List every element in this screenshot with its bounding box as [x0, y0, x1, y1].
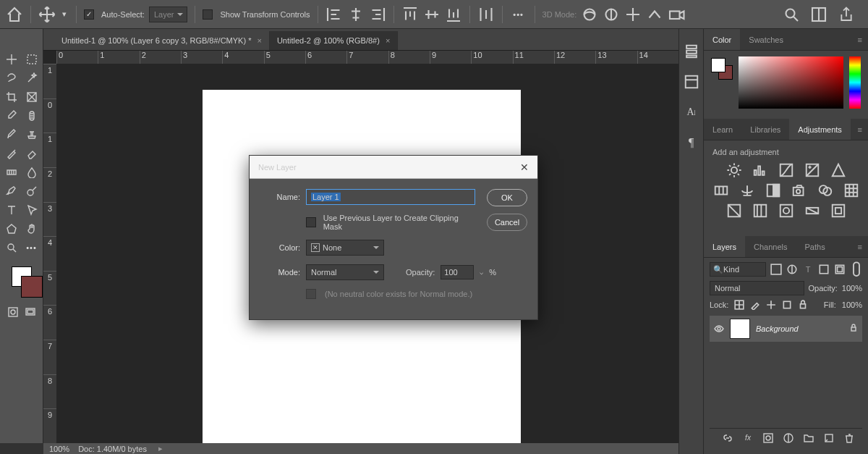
ok-button[interactable]: OK — [487, 189, 527, 206]
move-tool-icon[interactable] — [38, 6, 56, 23]
shape-tool[interactable] — [2, 220, 21, 237]
layer-thumbnail[interactable] — [730, 319, 750, 339]
visibility-icon[interactable] — [714, 324, 724, 334]
tab-layers[interactable]: Layers — [704, 236, 745, 257]
layer-color-select[interactable]: ✕None — [306, 240, 384, 256]
link-layers-icon[interactable] — [722, 432, 733, 444]
character-panel-icon[interactable]: A| — [684, 104, 699, 120]
clone-stamp-tool[interactable] — [22, 126, 41, 143]
foreground-background-swatch[interactable] — [12, 266, 32, 287]
align-top-icon[interactable] — [401, 6, 419, 23]
tab-adjustments[interactable]: Adjustments — [789, 119, 851, 140]
cancel-button[interactable]: Cancel — [487, 214, 527, 231]
tab-learn[interactable]: Learn — [704, 119, 741, 140]
filter-toggle-icon[interactable] — [851, 264, 862, 275]
clipping-mask-checkbox[interactable] — [306, 217, 316, 227]
layer-name-input[interactable]: Layer 1 — [306, 189, 475, 205]
brightness-icon[interactable] — [726, 164, 742, 177]
doc-info-arrow-icon[interactable]: ▸ — [158, 444, 163, 453]
threshold-icon[interactable] — [778, 204, 794, 217]
blur-tool[interactable] — [22, 164, 41, 181]
3d-orbit-icon[interactable] — [581, 6, 598, 23]
tab-color[interactable]: Color — [704, 29, 740, 50]
lock-position-icon[interactable] — [766, 300, 776, 310]
marquee-tool[interactable] — [22, 51, 41, 68]
layer-filter-kind[interactable]: 🔍 Kind — [710, 262, 766, 277]
magic-wand-tool[interactable] — [22, 70, 41, 87]
new-adjustment-icon[interactable] — [783, 432, 794, 444]
channel-mixer-icon[interactable] — [817, 184, 833, 197]
frame-tool[interactable] — [22, 88, 41, 106]
3d-roll-icon[interactable] — [603, 6, 620, 23]
lock-all-icon[interactable] — [798, 300, 808, 310]
color-fgbg-swatch[interactable] — [711, 58, 733, 80]
filter-adjust-icon[interactable] — [786, 264, 798, 275]
document-tab-2[interactable]: Untitled-2 @ 100% (RGB/8#) × — [270, 31, 398, 50]
filter-pixel-icon[interactable] — [770, 264, 782, 275]
close-tab-2-icon[interactable]: × — [386, 36, 390, 45]
history-panel-icon[interactable] — [684, 43, 699, 59]
move-dropdown-icon[interactable]: ▾ — [60, 6, 69, 23]
exposure-icon[interactable] — [804, 164, 820, 177]
delete-layer-icon[interactable] — [843, 432, 855, 444]
adjustments-panel-menu-icon[interactable]: ≡ — [852, 125, 868, 134]
hue-sat-icon[interactable] — [713, 184, 729, 197]
blend-mode-dialog-select[interactable]: Normal — [306, 264, 384, 280]
search-icon[interactable] — [783, 6, 800, 23]
tab-channels[interactable]: Channels — [745, 236, 796, 257]
tab-libraries[interactable]: Libraries — [741, 119, 789, 140]
share-icon[interactable] — [838, 6, 855, 23]
align-right-icon[interactable] — [369, 6, 386, 23]
quickmask-icon[interactable] — [7, 306, 20, 319]
auto-select-checkbox[interactable] — [84, 9, 94, 20]
color-field[interactable] — [739, 56, 843, 109]
dialog-titlebar[interactable]: New Layer ✕ — [250, 156, 537, 179]
color-panel-menu-icon[interactable]: ≡ — [852, 35, 868, 44]
bw-icon[interactable] — [765, 184, 781, 197]
screenmode-icon[interactable] — [24, 306, 37, 319]
3d-slide-icon[interactable] — [646, 6, 663, 23]
lock-artboard-icon[interactable] — [782, 300, 792, 310]
gradient-tool[interactable] — [2, 164, 21, 181]
filter-smart-icon[interactable] — [834, 264, 846, 275]
layers-panel-menu-icon[interactable]: ≡ — [852, 243, 868, 251]
paragraph-panel-icon[interactable]: ¶ — [684, 135, 699, 151]
levels-icon[interactable] — [752, 164, 768, 177]
lock-pixels-icon[interactable] — [734, 300, 744, 310]
filter-shape-icon[interactable] — [818, 264, 830, 275]
lock-brush-icon[interactable] — [750, 300, 760, 310]
type-tool[interactable] — [2, 201, 21, 219]
add-mask-icon[interactable] — [762, 432, 774, 444]
eyedropper-tool[interactable] — [2, 107, 21, 125]
doc-info[interactable]: Doc: 1.40M/0 bytes — [78, 445, 147, 453]
new-layer-icon[interactable] — [823, 432, 835, 444]
healing-tool[interactable] — [22, 107, 41, 125]
invert-icon[interactable] — [726, 204, 742, 217]
zoom-level[interactable]: 100% — [49, 445, 69, 453]
fill-value[interactable]: 100% — [842, 300, 862, 309]
selective-color-icon[interactable] — [830, 204, 846, 217]
align-vcenter-icon[interactable] — [423, 6, 441, 23]
properties-panel-icon[interactable] — [684, 74, 699, 90]
hue-strip[interactable] — [849, 56, 861, 109]
opacity-input[interactable]: 100 — [441, 265, 474, 279]
layer-name[interactable]: Background — [756, 324, 799, 333]
show-transform-checkbox[interactable] — [203, 9, 213, 20]
move-tool[interactable] — [2, 51, 21, 68]
curves-icon[interactable] — [778, 164, 794, 177]
align-bottom-icon[interactable] — [445, 6, 462, 23]
home-icon[interactable] — [6, 6, 23, 23]
tab-paths[interactable]: Paths — [796, 236, 834, 257]
history-brush-tool[interactable] — [2, 145, 21, 162]
gradient-map-icon[interactable] — [804, 204, 820, 217]
arrange-docs-icon[interactable] — [810, 6, 827, 23]
vibrance-icon[interactable] — [830, 164, 846, 177]
distribute-icon[interactable] — [477, 6, 495, 23]
3d-pan-icon[interactable] — [624, 6, 642, 23]
edit-toolbar-icon[interactable]: ••• — [22, 239, 41, 256]
hand-tool[interactable] — [22, 220, 41, 237]
path-select-tool[interactable] — [22, 201, 41, 219]
more-options-icon[interactable]: ••• — [510, 6, 527, 23]
opacity-stepper-icon[interactable]: ⌵ — [480, 269, 483, 276]
layer-fx-icon[interactable]: fx — [742, 432, 754, 444]
